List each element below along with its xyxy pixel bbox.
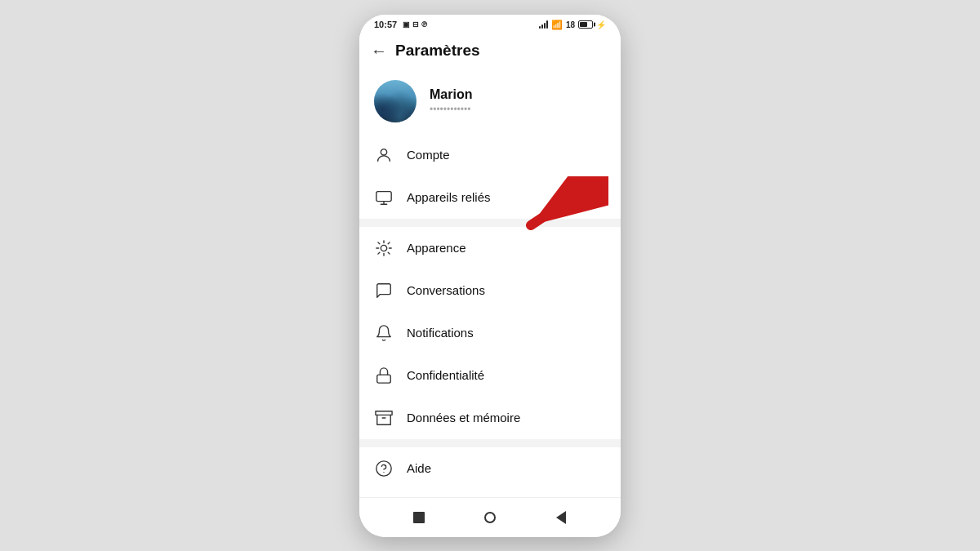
status-left: 10:57 ▣ ⊟ ℗ [374,20,428,29]
settings-content: Marion •••••••••••• Compte Appareils rel… [359,69,621,497]
page-header: ← Paramètres [359,33,621,69]
conversations-item[interactable]: Conversations [359,269,621,312]
inviter-item[interactable]: Invitez vos amis [359,490,621,497]
svg-line-9 [388,252,390,254]
nav-circle-icon [484,512,496,523]
donnees-label: Données et mémoire [407,411,606,424]
bell-icon [374,323,394,343]
compte-label: Compte [407,148,606,162]
nav-back-button[interactable] [550,506,572,529]
profile-subtitle: •••••••••••• [430,104,606,115]
nav-triangle-icon [556,511,566,524]
svg-rect-12 [377,375,391,383]
sun-icon [374,238,394,258]
nav-square-button[interactable] [408,506,430,529]
svg-line-11 [378,252,380,254]
profile-info: Marion •••••••••••• [430,87,606,115]
conversations-label: Conversations [407,283,606,297]
compte-item[interactable]: Compte [359,134,621,176]
svg-point-3 [381,245,386,251]
wifi-icon: 📶 [551,20,563,30]
back-button[interactable]: ← [371,42,387,60]
svg-point-1 [381,149,386,154]
time: 10:57 [374,20,397,29]
confidentialite-label: Confidentialité [407,368,606,382]
confidentialite-item[interactable]: Confidentialité [359,354,621,397]
section-divider-1 [359,219,621,227]
svg-point-15 [376,460,391,475]
section-divider-2 [359,439,621,447]
page-title: Paramètres [395,42,480,60]
phone-frame: 10:57 ▣ ⊟ ℗ 📶 18 ⚡ ← Paramètres [359,15,621,537]
donnees-item[interactable]: Données et mémoire [359,397,621,439]
appareils-item[interactable]: Appareils reliés [359,176,621,219]
apparence-item[interactable]: Apparence [359,227,621,269]
apparence-label: Apparence [407,241,606,255]
notification-icons: ▣ ⊟ ℗ [403,20,428,29]
notifications-label: Notifications [407,326,606,340]
bottom-nav [359,497,621,537]
svg-line-10 [388,242,390,243]
notifications-item[interactable]: Notifications [359,312,621,354]
monitor-icon [374,188,394,207]
profile-name: Marion [430,87,606,102]
chat-icon [374,281,394,300]
help-icon [374,459,394,478]
lock-icon [374,366,394,385]
avatar [374,80,416,122]
svg-line-8 [378,242,380,243]
profile-item[interactable]: Marion •••••••••••• [359,69,621,134]
battery-icon [578,20,593,29]
battery-percent: 18 [566,20,575,29]
svg-rect-2 [376,191,391,201]
svg-rect-13 [376,411,392,415]
status-right: 📶 18 ⚡ [539,20,606,30]
user-icon [374,145,394,165]
charging-icon: ⚡ [596,20,606,29]
appareils-label: Appareils reliés [407,190,606,204]
signal-bars-icon [539,20,548,29]
nav-home-button[interactable] [479,506,501,529]
nav-square-icon [413,512,425,523]
aide-label: Aide [407,461,606,475]
status-bar: 10:57 ▣ ⊟ ℗ 📶 18 ⚡ [359,15,621,33]
archive-icon [374,408,394,428]
aide-item[interactable]: Aide [359,447,621,490]
